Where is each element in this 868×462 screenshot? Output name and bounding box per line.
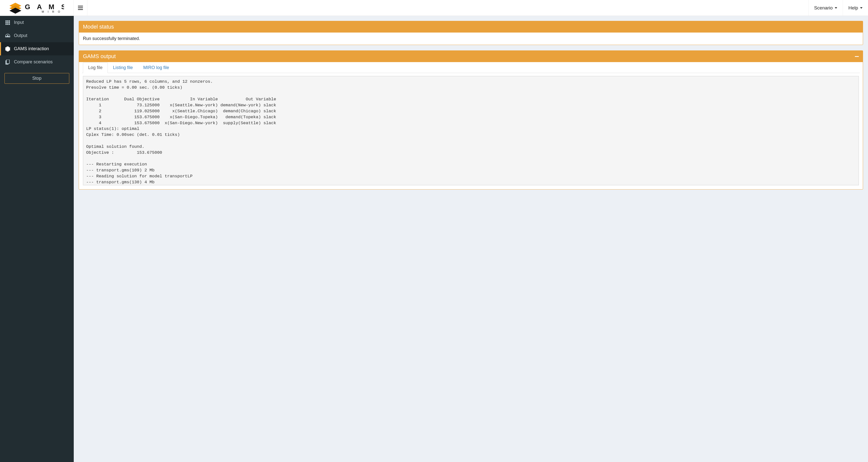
tab-listing-file[interactable]: Listing file bbox=[108, 62, 138, 73]
svg-rect-8 bbox=[9, 22, 10, 23]
hamburger-icon bbox=[78, 6, 83, 10]
svg-rect-10 bbox=[7, 24, 8, 25]
tab-label: Log file bbox=[88, 65, 102, 70]
gams-output-panel: GAMS output Log file Listing file MIRO l… bbox=[79, 51, 863, 189]
sidebar-item-label: GAMS interaction bbox=[14, 46, 49, 52]
gear-icon bbox=[5, 47, 10, 52]
stop-button[interactable]: Stop bbox=[4, 73, 69, 84]
scenario-menu-label: Scenario bbox=[814, 5, 833, 11]
svg-rect-9 bbox=[5, 24, 7, 25]
scenario-menu[interactable]: Scenario bbox=[808, 0, 843, 16]
sidebar-item-output[interactable]: Output bbox=[0, 29, 74, 42]
sidebar-item-compare-scenarios[interactable]: Compare scenarios bbox=[0, 55, 74, 68]
logo-text-main: G A M S bbox=[25, 3, 64, 11]
svg-rect-3 bbox=[5, 20, 7, 22]
app-logo: G A M S M I R O bbox=[0, 0, 74, 16]
output-tabs: Log file Listing file MIRO log file bbox=[82, 62, 860, 73]
panel-title: Model status bbox=[83, 24, 114, 30]
caret-down-icon bbox=[835, 7, 837, 9]
sidebar-item-gams-interaction[interactable]: GAMS interaction bbox=[0, 42, 74, 55]
tab-label: Listing file bbox=[113, 65, 133, 70]
svg-rect-4 bbox=[7, 20, 8, 22]
top-bar: G A M S M I R O Scenario Help bbox=[0, 0, 868, 16]
gams-output-header: GAMS output bbox=[79, 51, 863, 62]
help-menu[interactable]: Help bbox=[843, 0, 868, 16]
sidebar: Input Output GAMS interaction Compare sc… bbox=[0, 16, 74, 462]
sidebar-item-input[interactable]: Input bbox=[0, 16, 74, 29]
sidebar-item-label: Compare scenarios bbox=[14, 59, 53, 65]
svg-rect-5 bbox=[9, 20, 10, 22]
log-output[interactable]: Reduced LP has 5 rows, 6 columns, and 12… bbox=[83, 76, 859, 185]
logo-text-sub: M I R O bbox=[42, 10, 62, 13]
caret-down-icon bbox=[860, 7, 863, 9]
tab-log-file[interactable]: Log file bbox=[83, 62, 108, 73]
collapse-icon[interactable] bbox=[855, 56, 859, 57]
tab-label: MIRO log file bbox=[143, 65, 169, 70]
main-content: Model status Run successfully terminated… bbox=[74, 16, 868, 462]
model-status-panel: Model status Run successfully terminated… bbox=[79, 21, 863, 45]
sidebar-item-label: Input bbox=[14, 20, 24, 25]
tab-miro-log-file[interactable]: MIRO log file bbox=[138, 62, 174, 73]
svg-rect-13 bbox=[6, 60, 9, 64]
grid-icon bbox=[5, 20, 10, 25]
svg-rect-7 bbox=[7, 22, 8, 23]
top-menu: Scenario Help bbox=[808, 0, 868, 16]
sidebar-toggle[interactable] bbox=[74, 0, 87, 16]
copy-icon bbox=[5, 60, 10, 65]
help-menu-label: Help bbox=[848, 5, 858, 11]
gauge-icon bbox=[5, 34, 10, 38]
svg-rect-11 bbox=[9, 24, 10, 25]
model-status-header: Model status bbox=[79, 21, 863, 33]
stop-button-label: Stop bbox=[32, 76, 41, 81]
model-status-body: Run successfully terminated. bbox=[79, 33, 863, 45]
sidebar-item-label: Output bbox=[14, 33, 27, 38]
panel-title: GAMS output bbox=[83, 53, 116, 60]
svg-rect-6 bbox=[5, 22, 7, 23]
